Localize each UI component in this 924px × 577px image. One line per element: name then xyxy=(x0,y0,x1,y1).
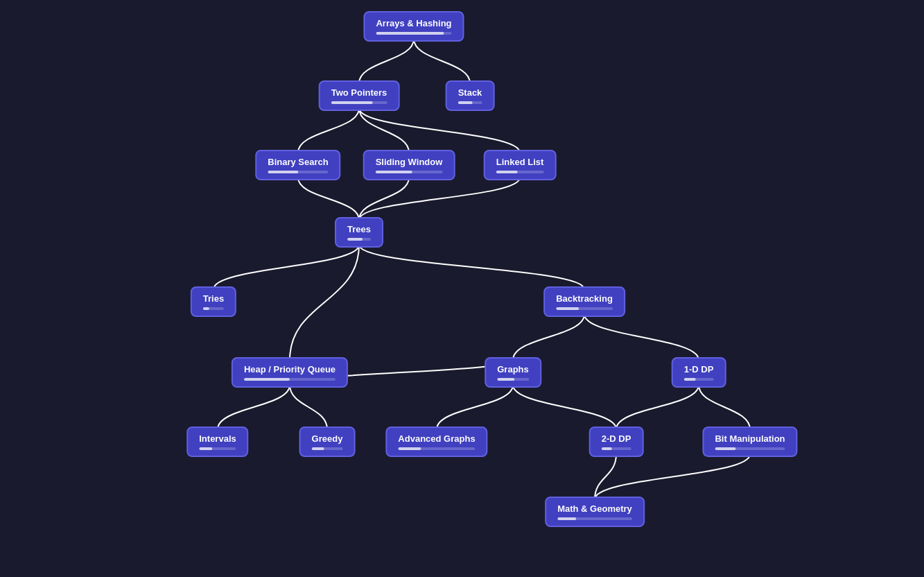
progress-bar-graphs xyxy=(497,378,529,381)
progress-bar-binary-search xyxy=(268,171,328,173)
node-trees[interactable]: Trees xyxy=(335,217,383,248)
progress-fill-backtracking xyxy=(556,307,579,310)
node-stack[interactable]: Stack xyxy=(446,80,495,111)
node-two-pointers[interactable]: Two Pointers xyxy=(319,80,400,111)
node-sliding-window[interactable]: Sliding Window xyxy=(363,150,455,180)
progress-bar-two-pointers xyxy=(331,101,387,104)
node-label-intervals: Intervals xyxy=(199,433,236,444)
progress-bar-heap-priority-queue xyxy=(244,378,335,381)
progress-bar-linked-list xyxy=(496,171,544,173)
node-label-math-geometry: Math & Geometry xyxy=(557,503,632,514)
node-label-trees: Trees xyxy=(347,224,371,234)
progress-fill-two-pointers xyxy=(331,101,373,104)
node-greedy[interactable]: Greedy xyxy=(299,427,356,457)
node-bit-manipulation[interactable]: Bit Manipulation xyxy=(702,427,797,457)
node-label-binary-search: Binary Search xyxy=(268,157,328,167)
progress-bar-stack xyxy=(458,101,482,104)
progress-fill-trees xyxy=(347,238,363,241)
node-label-tries: Tries xyxy=(203,293,224,304)
node-2d-dp[interactable]: 2-D DP xyxy=(589,427,644,457)
progress-bar-1d-dp xyxy=(684,378,714,381)
progress-bar-2d-dp xyxy=(602,447,631,450)
node-label-greedy: Greedy xyxy=(312,433,343,444)
progress-bar-arrays-hashing xyxy=(376,32,451,35)
node-backtracking[interactable]: Backtracking xyxy=(543,286,625,317)
node-graphs[interactable]: Graphs xyxy=(485,357,541,388)
node-math-geometry[interactable]: Math & Geometry xyxy=(545,497,645,527)
progress-fill-arrays-hashing xyxy=(376,32,444,35)
progress-bar-advanced-graphs xyxy=(398,447,475,450)
progress-bar-greedy xyxy=(312,447,343,450)
progress-fill-1d-dp xyxy=(684,378,696,381)
node-label-advanced-graphs: Advanced Graphs xyxy=(398,433,475,444)
node-1d-dp[interactable]: 1-D DP xyxy=(672,357,726,388)
node-label-linked-list: Linked List xyxy=(496,157,544,167)
progress-fill-sliding-window xyxy=(376,171,412,173)
progress-fill-binary-search xyxy=(268,171,298,173)
node-label-1d-dp: 1-D DP xyxy=(684,364,714,374)
progress-fill-math-geometry xyxy=(557,517,576,520)
progress-fill-intervals xyxy=(199,447,212,450)
progress-bar-backtracking xyxy=(556,307,613,310)
node-label-backtracking: Backtracking xyxy=(556,293,613,304)
node-label-heap-priority-queue: Heap / Priority Queue xyxy=(244,364,335,374)
progress-bar-intervals xyxy=(199,447,236,450)
progress-fill-stack xyxy=(458,101,473,104)
node-arrays-hashing[interactable]: Arrays & Hashing xyxy=(363,11,464,42)
progress-bar-tries xyxy=(203,307,224,310)
progress-bar-trees xyxy=(347,238,371,241)
progress-fill-greedy xyxy=(312,447,324,450)
node-label-2d-dp: 2-D DP xyxy=(602,433,631,444)
node-tries[interactable]: Tries xyxy=(191,286,236,317)
progress-fill-tries xyxy=(203,307,209,310)
progress-bar-math-geometry xyxy=(557,517,632,520)
progress-fill-2d-dp xyxy=(602,447,612,450)
node-label-arrays-hashing: Arrays & Hashing xyxy=(376,18,451,28)
progress-fill-advanced-graphs xyxy=(398,447,421,450)
node-label-stack: Stack xyxy=(458,87,482,98)
node-heap-priority-queue[interactable]: Heap / Priority Queue xyxy=(232,357,348,388)
chart-container: Arrays & HashingTwo PointersStackBinary … xyxy=(0,0,924,577)
node-binary-search[interactable]: Binary Search xyxy=(255,150,340,180)
node-label-two-pointers: Two Pointers xyxy=(331,87,387,98)
node-label-sliding-window: Sliding Window xyxy=(376,157,443,167)
progress-fill-heap-priority-queue xyxy=(244,378,290,381)
node-linked-list[interactable]: Linked List xyxy=(484,150,557,180)
node-label-bit-manipulation: Bit Manipulation xyxy=(715,433,785,444)
progress-fill-linked-list xyxy=(496,171,518,173)
node-label-graphs: Graphs xyxy=(497,364,529,374)
progress-fill-bit-manipulation xyxy=(715,447,735,450)
node-intervals[interactable]: Intervals xyxy=(186,427,248,457)
progress-fill-graphs xyxy=(497,378,514,381)
node-advanced-graphs[interactable]: Advanced Graphs xyxy=(385,427,487,457)
progress-bar-bit-manipulation xyxy=(715,447,785,450)
progress-bar-sliding-window xyxy=(376,171,443,173)
